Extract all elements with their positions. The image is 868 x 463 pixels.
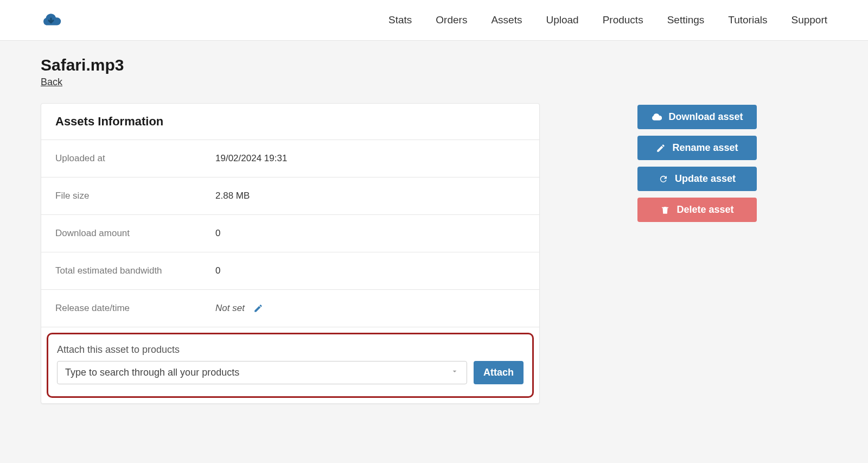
info-value: 0 [215, 265, 220, 276]
nav-stats[interactable]: Stats [388, 14, 412, 26]
nav-orders[interactable]: Orders [436, 14, 467, 26]
info-label: Download amount [55, 228, 215, 239]
info-row-release-date: Release date/time Not set [41, 290, 539, 327]
page-title: Safari.mp3 [41, 56, 578, 74]
card-heading: Assets Information [55, 115, 525, 129]
attach-controls: Type to search through all your products… [57, 361, 524, 384]
header: Stats Orders Assets Upload Products Sett… [0, 0, 868, 41]
actions-sidebar: Download asset Rename asset Update asset… [605, 105, 757, 222]
info-row-uploaded-at: Uploaded at 19/02/2024 19:31 [41, 140, 539, 177]
info-label: Release date/time [55, 303, 215, 314]
info-label: Total estimated bandwidth [55, 265, 215, 276]
card-header: Assets Information [41, 104, 539, 140]
refresh-icon [659, 174, 668, 184]
button-label: Update asset [675, 173, 736, 185]
content: Safari.mp3 Back Assets Information Uploa… [0, 41, 868, 419]
download-asset-button[interactable]: Download asset [637, 105, 757, 129]
nav-assets[interactable]: Assets [491, 14, 522, 26]
cloud-download-icon [41, 10, 61, 30]
info-label: File size [55, 191, 215, 201]
attach-label: Attach this asset to products [57, 344, 524, 356]
info-row-download-amount: Download amount 0 [41, 215, 539, 252]
pencil-icon [253, 303, 263, 313]
chevron-down-icon [450, 367, 459, 378]
main-nav: Stats Orders Assets Upload Products Sett… [388, 14, 827, 26]
nav-products[interactable]: Products [603, 14, 643, 26]
attach-button[interactable]: Attach [474, 361, 524, 384]
pencil-icon [656, 143, 666, 153]
rename-asset-button[interactable]: Rename asset [637, 136, 757, 160]
info-value: 0 [215, 228, 220, 239]
main-column: Safari.mp3 Back Assets Information Uploa… [41, 56, 578, 404]
nav-support[interactable]: Support [791, 14, 827, 26]
asset-info-card: Assets Information Uploaded at 19/02/202… [41, 103, 540, 404]
trash-icon [660, 205, 670, 215]
back-link[interactable]: Back [41, 77, 62, 88]
info-value: 2.88 MB [215, 191, 250, 201]
product-search-select[interactable]: Type to search through all your products [57, 361, 467, 384]
info-row-bandwidth: Total estimated bandwidth 0 [41, 252, 539, 290]
delete-asset-button[interactable]: Delete asset [637, 198, 757, 222]
select-placeholder: Type to search through all your products [65, 367, 239, 378]
info-label: Uploaded at [55, 153, 215, 164]
nav-upload[interactable]: Upload [546, 14, 578, 26]
nav-settings[interactable]: Settings [667, 14, 705, 26]
info-value: 19/02/2024 19:31 [215, 153, 287, 164]
button-label: Delete asset [676, 204, 733, 215]
info-row-file-size: File size 2.88 MB [41, 177, 539, 215]
attach-section: Attach this asset to products Type to se… [47, 333, 534, 398]
update-asset-button[interactable]: Update asset [637, 167, 757, 191]
logo[interactable] [41, 10, 61, 30]
info-value: Not set [215, 303, 245, 314]
button-label: Rename asset [672, 142, 738, 154]
edit-release-date-icon[interactable] [253, 303, 263, 313]
nav-tutorials[interactable]: Tutorials [728, 14, 767, 26]
button-label: Download asset [668, 111, 743, 123]
cloud-download-icon [651, 112, 662, 123]
